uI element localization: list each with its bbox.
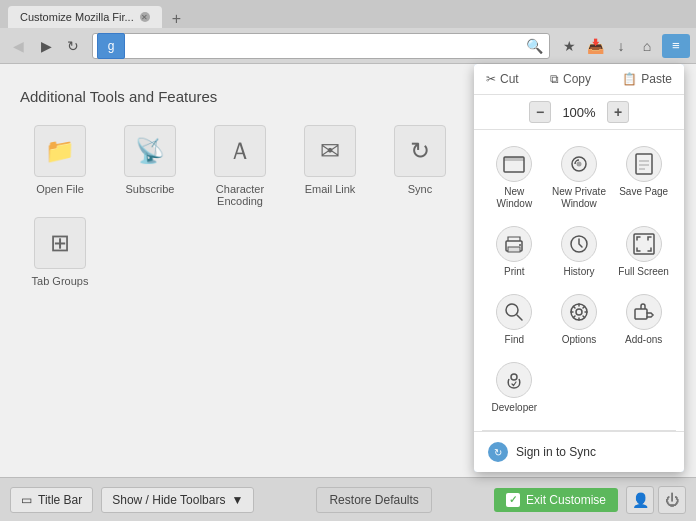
copy-icon: ⧉ bbox=[550, 72, 559, 86]
title-bar-icon: ▭ bbox=[21, 493, 32, 507]
edit-actions-row: ✂ Cut ⧉ Copy 📋 Paste bbox=[474, 64, 684, 95]
save-page-item[interactable]: Save Page bbox=[611, 138, 676, 218]
paste-button[interactable]: 📋 Paste bbox=[622, 72, 672, 86]
copy-button[interactable]: ⧉ Copy bbox=[550, 72, 591, 86]
cut-button[interactable]: ✂ Cut bbox=[486, 72, 519, 86]
tool-item-character-encoding[interactable]: Ａ Character Encoding bbox=[200, 125, 280, 207]
options-item[interactable]: Options bbox=[547, 286, 612, 354]
print-item[interactable]: Print bbox=[482, 218, 547, 286]
svg-point-14 bbox=[511, 374, 517, 380]
options-icon bbox=[561, 294, 597, 330]
svg-rect-4 bbox=[636, 154, 652, 174]
tool-item-open-file[interactable]: 📁 Open File bbox=[20, 125, 100, 207]
bottom-bar: ▭ Title Bar Show / Hide Toolbars ▼ Resto… bbox=[0, 477, 696, 521]
search-engine-icon[interactable]: g bbox=[97, 33, 125, 59]
check-icon: ✓ bbox=[506, 493, 520, 507]
developer-item[interactable]: Developer bbox=[482, 354, 547, 422]
svg-point-12 bbox=[576, 309, 582, 315]
dropdown-arrow-icon: ▼ bbox=[231, 493, 243, 507]
menu-button[interactable]: ≡ bbox=[662, 34, 690, 58]
full-screen-label: Full Screen bbox=[618, 266, 669, 278]
full-screen-item[interactable]: Full Screen bbox=[611, 218, 676, 286]
forward-button[interactable]: ▶ bbox=[34, 34, 58, 58]
menu-items-grid: New Window New Private Window bbox=[474, 130, 684, 430]
new-window-icon bbox=[496, 146, 532, 182]
tool-label: Open File bbox=[36, 183, 84, 195]
svg-point-3 bbox=[576, 162, 581, 167]
tool-item-subscribe[interactable]: 📡 Subscribe bbox=[110, 125, 190, 207]
back-button[interactable]: ◀ bbox=[6, 34, 30, 58]
tool-icon: ↻ bbox=[394, 125, 446, 177]
cut-icon: ✂ bbox=[486, 72, 496, 86]
tool-label: Character Encoding bbox=[200, 183, 280, 207]
download-icon[interactable]: ↓ bbox=[610, 35, 632, 57]
add-ons-icon bbox=[626, 294, 662, 330]
find-item[interactable]: Find bbox=[482, 286, 547, 354]
search-button[interactable]: 🔍 bbox=[523, 35, 545, 57]
bottom-person-icon[interactable]: 👤 bbox=[626, 486, 654, 514]
bottom-power-icon[interactable]: ⏻ bbox=[658, 486, 686, 514]
show-hide-toolbars-button[interactable]: Show / Hide Toolbars ▼ bbox=[101, 487, 254, 513]
browser-toolbar: ◀ ▶ ↻ g 🔍 ★ 📥 ↓ ⌂ ≡ bbox=[0, 28, 696, 64]
title-bar-button[interactable]: ▭ Title Bar bbox=[10, 487, 93, 513]
exit-customize-button[interactable]: ✓ Exit Customise bbox=[494, 488, 618, 512]
history-item[interactable]: History bbox=[547, 218, 612, 286]
exit-customize-label: Exit Customise bbox=[526, 493, 606, 507]
new-private-window-icon bbox=[561, 146, 597, 182]
tool-label: Subscribe bbox=[126, 183, 175, 195]
bookmark-manager-icon[interactable]: 📥 bbox=[584, 35, 606, 57]
tab-bar: Customize Mozilla Fir... ✕ + bbox=[0, 0, 696, 28]
tool-icon: ⊞ bbox=[34, 217, 86, 269]
show-hide-toolbars-label: Show / Hide Toolbars bbox=[112, 493, 225, 507]
sign-in-text: Sign in to Sync bbox=[516, 445, 596, 459]
developer-icon bbox=[496, 362, 532, 398]
new-window-label: New Window bbox=[486, 186, 543, 210]
address-bar: g 🔍 bbox=[92, 33, 550, 59]
zoom-in-button[interactable]: + bbox=[607, 101, 629, 123]
bottom-right-icons: 👤 ⏻ bbox=[626, 486, 686, 514]
svg-rect-1 bbox=[504, 157, 524, 161]
save-page-icon bbox=[626, 146, 662, 182]
zoom-level: 100% bbox=[559, 105, 599, 120]
tool-item-email-link[interactable]: ✉ Email Link bbox=[290, 125, 370, 207]
tool-item-tab-groups[interactable]: ⊞ Tab Groups bbox=[20, 217, 100, 287]
print-label: Print bbox=[504, 266, 525, 278]
new-window-item[interactable]: New Window bbox=[482, 138, 547, 218]
sign-in-row[interactable]: ↻ Sign in to Sync bbox=[474, 431, 684, 472]
new-private-window-label: New Private Window bbox=[551, 186, 608, 210]
tool-icon: 📁 bbox=[34, 125, 86, 177]
url-input[interactable] bbox=[129, 39, 523, 53]
sync-icon: ↻ bbox=[488, 442, 508, 462]
save-page-label: Save Page bbox=[619, 186, 668, 198]
print-icon bbox=[496, 226, 532, 262]
home-icon[interactable]: ⌂ bbox=[636, 35, 658, 57]
history-icon bbox=[561, 226, 597, 262]
reload-button[interactable]: ↻ bbox=[62, 35, 84, 57]
popup-menu-inner: ✂ Cut ⧉ Copy 📋 Paste − 100% + bbox=[474, 64, 684, 472]
new-private-window-item[interactable]: New Private Window bbox=[547, 138, 612, 218]
tool-label: Tab Groups bbox=[32, 275, 89, 287]
svg-point-10 bbox=[506, 304, 518, 316]
developer-label: Developer bbox=[492, 402, 538, 414]
active-tab[interactable]: Customize Mozilla Fir... ✕ bbox=[8, 6, 162, 28]
tool-item-sync[interactable]: ↻ Sync bbox=[380, 125, 460, 207]
svg-rect-13 bbox=[635, 309, 647, 319]
tool-icon: Ａ bbox=[214, 125, 266, 177]
tool-label: Email Link bbox=[305, 183, 356, 195]
tool-label: Sync bbox=[408, 183, 432, 195]
svg-point-7 bbox=[519, 244, 521, 246]
paste-icon: 📋 bbox=[622, 72, 637, 86]
zoom-out-button[interactable]: − bbox=[529, 101, 551, 123]
bookmark-icon[interactable]: ★ bbox=[558, 35, 580, 57]
toolbar-action-icons: ★ 📥 ↓ ⌂ bbox=[558, 35, 658, 57]
tab-close-btn[interactable]: ✕ bbox=[140, 12, 150, 22]
title-bar-label: Title Bar bbox=[38, 493, 82, 507]
history-label: History bbox=[563, 266, 594, 278]
new-tab-btn[interactable]: + bbox=[166, 10, 187, 28]
add-ons-label: Add-ons bbox=[625, 334, 662, 346]
svg-rect-6 bbox=[508, 247, 520, 252]
zoom-row: − 100% + bbox=[474, 95, 684, 130]
restore-defaults-button[interactable]: Restore Defaults bbox=[316, 487, 431, 513]
add-ons-item[interactable]: Add-ons bbox=[611, 286, 676, 354]
tab-title: Customize Mozilla Fir... bbox=[20, 11, 134, 23]
